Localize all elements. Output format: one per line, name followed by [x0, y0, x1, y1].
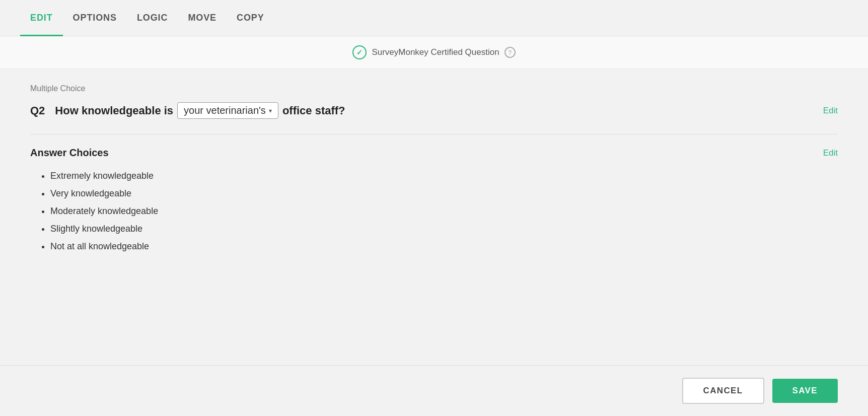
answer-choices-title: Answer Choices — [30, 147, 109, 159]
tab-move[interactable]: MOVE — [178, 0, 227, 36]
list-item: Moderately knowledgeable — [50, 206, 838, 217]
question-number: Q2 — [30, 104, 45, 117]
certified-label: SurveyMonkey Certified Question — [372, 47, 499, 57]
list-item: Not at all knowledgeable — [50, 241, 838, 252]
choices-list: Extremely knowledgeable Very knowledgeab… — [30, 171, 838, 252]
certified-check-icon: ✓ — [352, 45, 367, 59]
section-divider — [30, 134, 838, 134]
question-prefix: How knowledgeable is — [55, 104, 173, 117]
list-item: Very knowledgeable — [50, 188, 838, 199]
answers-edit-link[interactable]: Edit — [823, 148, 838, 158]
question-suffix: office staff? — [282, 104, 345, 117]
question-subject-dropdown[interactable]: your veterinarian's ▾ — [177, 102, 278, 119]
footer-actions: CANCEL SAVE — [0, 365, 868, 416]
tab-logic[interactable]: LOGIC — [127, 0, 178, 36]
question-text: How knowledgeable is your veterinarian's… — [55, 102, 345, 119]
list-item: Slightly knowledgeable — [50, 224, 838, 234]
save-button[interactable]: SAVE — [772, 379, 838, 403]
tab-options[interactable]: OPTIONS — [63, 0, 127, 36]
help-icon[interactable]: ? — [504, 47, 516, 58]
tab-copy[interactable]: COPY — [227, 0, 274, 36]
question-type-label: Multiple Choice — [30, 84, 838, 93]
top-navigation: EDIT OPTIONS LOGIC MOVE COPY — [0, 0, 868, 36]
answer-choices-header: Answer Choices Edit — [30, 147, 838, 159]
main-content: Multiple Choice Q2 How knowledgeable is … — [0, 69, 868, 272]
question-edit-link[interactable]: Edit — [823, 106, 838, 116]
list-item: Extremely knowledgeable — [50, 171, 838, 181]
dropdown-value: your veterinarian's — [184, 105, 266, 116]
chevron-down-icon: ▾ — [269, 107, 272, 114]
certified-banner: ✓ SurveyMonkey Certified Question ? — [0, 36, 868, 69]
cancel-button[interactable]: CANCEL — [682, 378, 764, 404]
question-row: Q2 How knowledgeable is your veterinaria… — [30, 102, 838, 119]
tab-edit[interactable]: EDIT — [20, 0, 63, 36]
question-left: Q2 How knowledgeable is your veterinaria… — [30, 102, 345, 119]
